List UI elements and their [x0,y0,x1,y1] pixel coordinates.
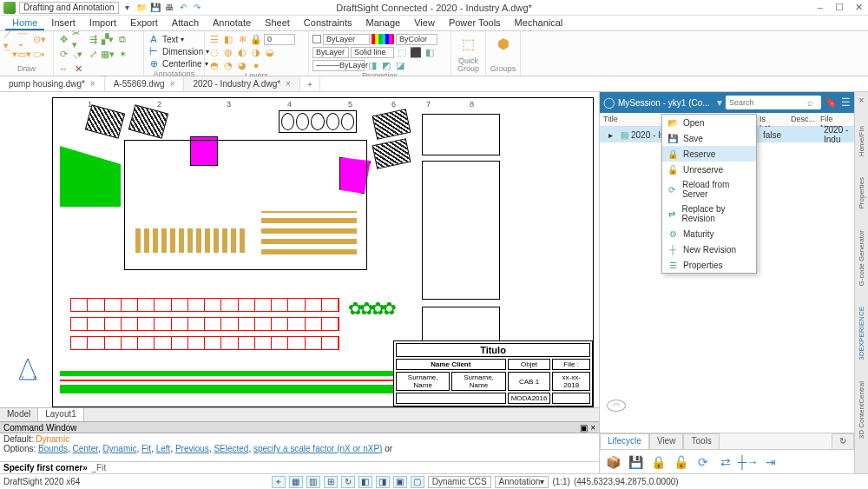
text-label[interactable]: Text [162,35,178,44]
col-filename[interactable]: File Name [817,113,854,126]
array-icon[interactable]: ▦▾ [102,48,114,60]
lc-export-icon[interactable]: ⇥ [763,454,779,470]
tab-import[interactable]: Import [82,16,123,30]
circle-icon[interactable]: ⊙▾ [33,33,45,45]
linetype-layer[interactable]: ByLayer [312,47,349,58]
colorbar-icon[interactable] [372,34,394,44]
rotate-icon[interactable]: ⟳ [57,48,69,60]
ctx-maturity[interactable]: ⚙Maturity [662,226,756,241]
prop-tool1-icon[interactable]: ⬚ [396,46,408,58]
lc-unlock-icon[interactable]: 🔓 [673,454,688,470]
ctx-open[interactable]: 📂Open [662,115,756,130]
tab-manage[interactable]: Manage [358,16,407,30]
lc-reload-icon[interactable]: ⟳ [695,454,711,470]
strip-tab[interactable]: Properties [858,177,865,208]
new-icon[interactable]: ▾ [122,3,133,13]
tab-powertools[interactable]: Power Tools [442,16,508,30]
undo-icon[interactable]: ↶ [178,3,188,13]
layer-select[interactable]: 0 [264,34,295,45]
strip-tab[interactable]: G-code Generator [858,230,865,286]
file-tab[interactable]: pump housing.dwg*× [0,76,105,91]
sb-icon[interactable]: ◨ [376,476,390,488]
close-button[interactable]: ✕ [852,2,865,13]
layer-tool7-icon[interactable]: ◔ [222,59,234,71]
delete-icon[interactable]: ✕ [72,63,84,75]
centerline-icon[interactable]: ⊕ [148,57,160,69]
ellipse-icon[interactable]: ⬭▾ [33,48,45,60]
layer-tool6-icon[interactable]: ◓ [208,59,220,71]
ctx-save[interactable]: 💾Save [662,130,756,146]
sb-scale[interactable]: (1:1) [552,477,570,486]
prop-tool4-icon[interactable]: ◨ [366,59,378,71]
tab-constraints[interactable]: Constraints [297,16,359,30]
sb-icon[interactable]: ↻ [341,476,355,488]
groups-icon[interactable]: ⬢ [493,33,514,54]
sb-icon[interactable]: ▦ [289,476,303,488]
lc-save-icon[interactable]: 💾 [628,454,643,470]
model-tab[interactable]: Model [0,408,38,421]
chevron-down-icon[interactable]: ▾ [717,96,722,109]
ctx-reload[interactable]: ⟳Reload from Server [662,177,756,202]
compass-icon[interactable]: ◠ [607,400,626,412]
tab-attach[interactable]: Attach [165,16,206,30]
expand-icon[interactable]: ▸ [603,129,617,141]
tab-tools[interactable]: Tools [683,433,719,449]
cl-label[interactable]: Centerline [162,59,202,69]
dimension-icon[interactable]: ⊢ [148,45,160,57]
ctx-replace[interactable]: ⇄Replace by Revision [662,202,756,226]
ctx-unreserve[interactable]: 🔓Unreserve [662,162,756,177]
strip-tab[interactable]: Home/FIn [858,126,865,156]
close-icon[interactable]: × [170,79,175,89]
bycolor-select[interactable]: ByColor [396,34,437,45]
layer-freeze-icon[interactable]: ❄ [236,33,248,45]
strip-tab[interactable]: 3DEXPERIENCE [858,307,865,360]
quickgroup-icon[interactable]: ⬚ [458,33,479,54]
search-input[interactable] [729,98,807,107]
sb-icon[interactable]: ⌖ [272,476,286,488]
strip-close-icon[interactable]: × [859,96,865,105]
polyline-icon[interactable]: 〰▾ [18,33,30,45]
ctx-reserve[interactable]: 🔒Reserve [662,146,756,162]
tab-mechanical[interactable]: Mechanical [508,16,570,30]
tab-lifecycle[interactable]: Lifecycle [600,433,649,449]
layer-lock-icon[interactable]: 🔒 [250,33,262,45]
linetype-select[interactable]: Solid line [351,47,394,58]
workspace-dropdown[interactable]: Drafting and Annotation [19,2,119,14]
command-window-header[interactable]: Command Window▣ × [0,421,599,433]
tab-view[interactable]: View [407,16,442,30]
layer-icon[interactable]: ☰ [208,33,220,45]
search-box[interactable]: ⌕ [726,96,821,109]
print-icon[interactable]: 🖶 [164,3,174,13]
minimize-button[interactable]: – [814,2,826,13]
prop-tool2-icon[interactable]: ⬛ [410,46,422,58]
prop-tool5-icon[interactable]: ◩ [380,59,392,71]
lc-graph-icon[interactable]: ┼→ [740,454,756,470]
fillet-icon[interactable]: ◟▾ [72,48,84,60]
explode-icon[interactable]: ✶ [116,48,128,60]
dim-label[interactable]: Dimension [162,47,203,56]
layer-tool3-icon[interactable]: ◐ [236,46,248,58]
drawing-viewport[interactable]: 1 2 3 4 5 6 7 8 [52,97,594,407]
open-icon[interactable]: 📁 [136,3,147,13]
stretch-icon[interactable]: ↔ [57,63,69,75]
ctx-newrev[interactable]: ┼New Revision [662,241,756,257]
sb-icon[interactable]: ▣ [393,476,407,488]
sb-icon[interactable]: ⊞ [324,476,338,488]
lc-lock-icon[interactable]: 🔒 [650,454,666,470]
scale-icon[interactable]: ⤢ [87,48,99,60]
maximize-button[interactable]: ☐ [833,2,845,13]
sb-icon[interactable]: ◧ [358,476,372,488]
file-tab[interactable]: 2020 - Industry A.dwg*× [184,76,299,91]
arc-icon[interactable]: ⌒▾ [3,48,16,60]
redo-icon[interactable]: ↷ [192,3,202,13]
color-select[interactable]: ByLayer [323,34,370,45]
layout-tab[interactable]: Layout1 [38,408,84,421]
menu-icon[interactable]: ☰ [841,96,851,109]
layer-tool4-icon[interactable]: ◑ [250,46,262,58]
tab-view[interactable]: View [649,433,684,449]
sb-annotation[interactable]: Annotation ▾ [495,476,549,488]
line-icon[interactable]: ／▾ [3,33,16,45]
layer-tool9-icon[interactable]: ● [250,59,262,71]
save-icon[interactable]: 💾 [150,3,161,13]
tab-annotate[interactable]: Annotate [206,16,258,30]
